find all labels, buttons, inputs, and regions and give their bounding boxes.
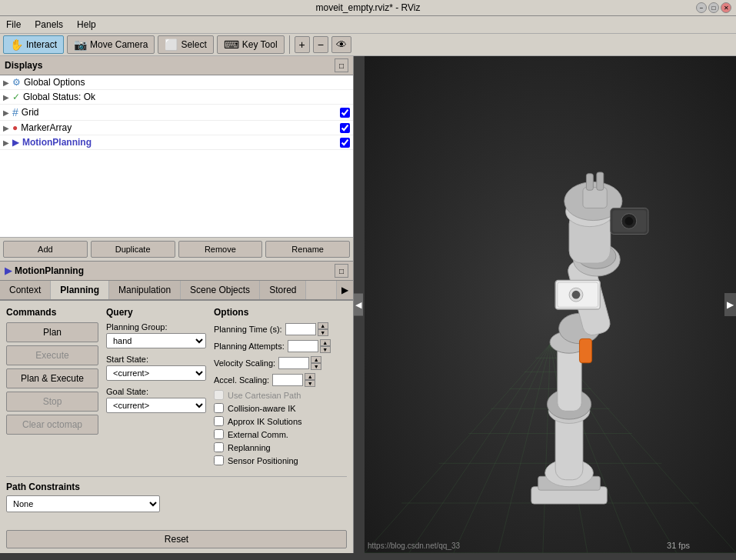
accel-scaling-spin: 0.10 ▲ ▼	[272, 373, 315, 387]
interact-button[interactable]: ✋ Interact	[3, 35, 64, 54]
viewport-right-arrow[interactable]: ▶	[724, 293, 736, 316]
collision-aware-row: Collision-aware IK	[214, 403, 347, 413]
tree-item-global-status[interactable]: ▶ ✓ Global Status: Ok	[0, 90, 353, 105]
execute-button[interactable]: Execute	[6, 345, 98, 365]
replanning-checkbox[interactable]	[214, 442, 224, 452]
cartesian-path-checkbox[interactable]	[214, 390, 224, 400]
tab-planning[interactable]: Planning	[51, 281, 109, 301]
plan-execute-button[interactable]: Plan & Execute	[6, 368, 98, 388]
reset-button[interactable]: Reset	[6, 530, 347, 548]
velocity-scaling-input[interactable]: 0.10	[278, 357, 309, 369]
accel-scaling-down[interactable]: ▼	[305, 380, 315, 387]
tab-stored[interactable]: Stored	[260, 281, 306, 299]
grid-icon: #	[12, 106, 18, 118]
planning-attempts-label: Planning Attempts:	[214, 342, 285, 351]
add-button[interactable]: Add	[3, 241, 88, 258]
display-buttons: Add Duplicate Remove Rename	[0, 237, 353, 261]
velocity-scaling-spin: 0.10 ▲ ▼	[278, 356, 321, 370]
remove-display-button[interactable]: −	[313, 36, 328, 53]
planning-attempts-up[interactable]: ▲	[320, 339, 331, 346]
remove-button[interactable]: Remove	[178, 241, 263, 258]
marker-array-checkbox[interactable]	[340, 123, 350, 133]
path-constraints-select[interactable]: None	[6, 495, 160, 512]
grid-checkbox[interactable]	[340, 108, 350, 118]
sensor-positioning-label: Sensor Positioning	[228, 456, 298, 465]
tree-item-motion-planning[interactable]: ▶ ▶ MotionPlanning	[0, 135, 353, 150]
velocity-scaling-arrows: ▲ ▼	[311, 356, 321, 370]
clear-octomap-button[interactable]: Clear octomap	[6, 415, 98, 435]
select-button[interactable]: ⬜ Select	[158, 35, 213, 54]
3d-viewport[interactable]: .gl { stroke: #4a8a4a; stroke-width: 0.5…	[365, 56, 736, 553]
mp-collapse-button[interactable]: □	[335, 264, 348, 278]
motion-planning-icon: ▶	[12, 137, 19, 148]
key-icon: ⌨	[224, 38, 239, 51]
close-button[interactable]: ✕	[721, 2, 731, 13]
svg-rect-41	[583, 188, 607, 208]
tab-scene-objects[interactable]: Scene Objects	[181, 281, 260, 299]
tab-manipulation[interactable]: Manipulation	[109, 281, 181, 299]
global-options-icon: ⚙	[12, 77, 21, 88]
planning-attempts-arrows: ▲ ▼	[320, 339, 331, 353]
motion-planning-checkbox[interactable]	[340, 138, 350, 148]
select-icon: ⬜	[165, 38, 178, 51]
toolbar: ✋ Interact 📷 Move Camera ⬜ Select ⌨ Key …	[0, 34, 736, 56]
url-bar: https://blog.csdn.net/qq_33	[368, 542, 460, 550]
velocity-scaling-up[interactable]: ▲	[311, 356, 321, 363]
external-comm-checkbox[interactable]	[214, 429, 224, 439]
view-button[interactable]: 👁	[331, 36, 351, 53]
planning-main-section: Commands Plan Execute Plan & Execute Sto…	[6, 307, 347, 468]
tab-scroll-right[interactable]: ▶	[336, 281, 353, 299]
planning-group-select[interactable]: hand arm arm_hand	[106, 333, 206, 348]
tab-context[interactable]: Context	[0, 281, 51, 299]
collision-aware-checkbox[interactable]	[214, 403, 224, 413]
approx-ik-checkbox[interactable]	[214, 416, 224, 426]
planning-time-row: Planning Time (s): 5.0 ▲ ▼	[214, 322, 347, 336]
minimize-button[interactable]: −	[696, 2, 707, 13]
svg-rect-36	[579, 339, 591, 363]
toolbar-separator	[289, 35, 290, 54]
planning-attempts-input[interactable]: 10	[288, 340, 318, 352]
goal-state-select[interactable]: <current>	[106, 398, 206, 413]
tree-arrow-global-status: ▶	[3, 93, 9, 102]
menu-file[interactable]: File	[3, 18, 24, 32]
options-title: Options	[214, 307, 347, 318]
replanning-label: Replanning	[228, 443, 271, 452]
start-state-select[interactable]: <current>	[106, 365, 206, 381]
query-section: Query Planning Group: hand arm arm_hand …	[106, 307, 206, 468]
tree-arrow-grid: ▶	[3, 108, 9, 117]
marker-array-icon: ●	[12, 122, 18, 133]
key-tool-button[interactable]: ⌨ Key Tool	[217, 35, 285, 54]
camera-icon: 📷	[74, 38, 87, 51]
menu-help[interactable]: Help	[74, 18, 99, 32]
fps-counter: 31 fps	[667, 541, 690, 550]
sensor-positioning-checkbox[interactable]	[214, 455, 224, 465]
tree-label-global-options: Global Options	[24, 77, 350, 88]
panel-resize-handle: ◀	[354, 56, 365, 553]
velocity-scaling-down[interactable]: ▼	[311, 363, 321, 370]
tree-item-global-options[interactable]: ▶ ⚙ Global Options	[0, 75, 353, 90]
plan-button[interactable]: Plan	[6, 322, 98, 342]
duplicate-button[interactable]: Duplicate	[91, 241, 175, 258]
planning-time-label: Planning Time (s):	[214, 325, 282, 334]
planning-time-arrows: ▲ ▼	[318, 322, 328, 336]
planning-time-input[interactable]: 5.0	[285, 323, 316, 335]
tree-item-grid[interactable]: ▶ # Grid	[0, 105, 353, 121]
stop-button[interactable]: Stop	[6, 392, 98, 412]
maximize-button[interactable]: □	[708, 2, 719, 13]
accel-scaling-input[interactable]: 0.10	[272, 374, 303, 386]
accel-scaling-label: Accel. Scaling:	[214, 375, 269, 385]
tree-item-marker-array[interactable]: ▶ ● MarkerArray	[0, 121, 353, 135]
planning-attempts-down[interactable]: ▼	[320, 346, 331, 353]
interact-label: Interact	[26, 39, 57, 50]
planning-time-up[interactable]: ▲	[318, 322, 328, 329]
add-display-button[interactable]: +	[295, 36, 310, 53]
accel-scaling-up[interactable]: ▲	[305, 373, 315, 380]
rename-button[interactable]: Rename	[265, 241, 350, 258]
planning-time-down[interactable]: ▼	[318, 329, 328, 336]
global-status-icon: ✓	[12, 92, 20, 102]
displays-collapse-button[interactable]: □	[335, 58, 348, 72]
menu-panels[interactable]: Panels	[32, 18, 66, 32]
panel-collapse-arrow[interactable]: ◀	[354, 294, 363, 316]
tab-bar: Context Planning Manipulation Scene Obje…	[0, 281, 353, 301]
move-camera-button[interactable]: 📷 Move Camera	[67, 35, 155, 54]
